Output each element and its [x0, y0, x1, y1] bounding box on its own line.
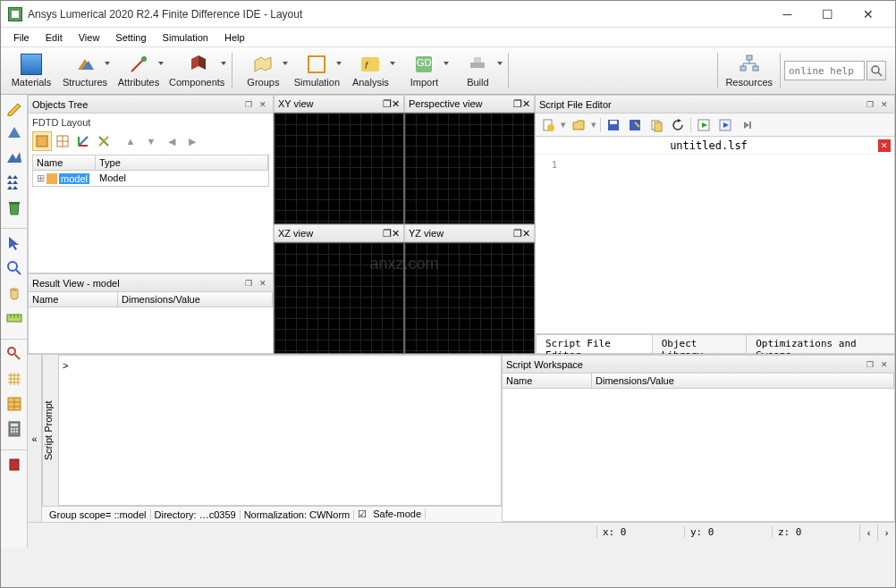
svg-rect-30: [9, 202, 20, 204]
attributes-button[interactable]: Attributes: [112, 49, 165, 92]
help-search-input[interactable]: [784, 61, 865, 80]
tab-script-editor[interactable]: Script File Editor: [536, 334, 653, 353]
materials-button[interactable]: Materials: [4, 49, 58, 92]
undock-icon[interactable]: ❐: [513, 98, 522, 110]
import-button[interactable]: GDSImport: [397, 49, 451, 92]
script-editor-body[interactable]: 1: [536, 155, 894, 333]
analysis-button[interactable]: fAnalysis: [343, 49, 397, 92]
maximize-button[interactable]: ☐: [807, 2, 848, 27]
svg-marker-79: [744, 122, 749, 129]
status-x: x: 0: [596, 526, 684, 538]
resources-button[interactable]: Resources: [722, 49, 776, 92]
arrow-right-icon[interactable]: ▶: [182, 131, 202, 151]
script-prompt-body[interactable]: >: [58, 355, 502, 506]
tree-grid-icon[interactable]: [53, 131, 72, 151]
col-dims[interactable]: Dimensions/Value: [118, 292, 273, 307]
undock-icon[interactable]: ❐: [383, 228, 392, 239]
close-icon[interactable]: ✕: [878, 98, 891, 111]
status-scope: Group scope= ::model: [46, 509, 151, 520]
grid-tool-icon[interactable]: [4, 368, 25, 390]
edit-tool-icon[interactable]: [4, 97, 25, 118]
tab-object-library[interactable]: Object Library: [652, 334, 748, 353]
yz-viewport[interactable]: [404, 242, 535, 354]
search-icon[interactable]: [866, 61, 886, 80]
close-icon[interactable]: ✕: [257, 277, 269, 290]
close-icon[interactable]: ✕: [878, 358, 891, 371]
result-view-title: Result View - model: [32, 278, 241, 289]
table-tool-icon[interactable]: [4, 393, 25, 415]
tree-cross-icon[interactable]: [94, 131, 114, 151]
menu-file[interactable]: File: [6, 30, 37, 45]
stop-tool-icon[interactable]: [4, 454, 25, 475]
close-icon[interactable]: ✕: [257, 98, 269, 111]
tree-expand-icon[interactable]: [32, 131, 52, 151]
tree-axis-icon[interactable]: [73, 131, 93, 151]
close-button[interactable]: ✕: [848, 2, 888, 27]
nav-prev-icon[interactable]: ‹: [859, 524, 877, 542]
undock-icon[interactable]: ❐: [242, 277, 255, 290]
close-icon[interactable]: ✕: [392, 228, 400, 239]
menu-setting[interactable]: Setting: [108, 30, 153, 45]
tab-optimizations[interactable]: Optimizations and Sweeps: [746, 334, 895, 353]
menu-edit[interactable]: Edit: [38, 30, 70, 45]
ruler-tool-icon[interactable]: [4, 307, 25, 329]
undock-icon[interactable]: ❐: [864, 358, 876, 371]
arrow-down-icon[interactable]: ▼: [141, 131, 161, 151]
menu-help[interactable]: Help: [217, 30, 252, 45]
prompt-toggle-icon[interactable]: «: [28, 355, 42, 522]
close-icon[interactable]: ✕: [522, 228, 530, 239]
script-filename: untitled.lsf: [539, 139, 878, 152]
simulation-button[interactable]: Simulation: [290, 49, 343, 92]
save-icon[interactable]: [604, 116, 622, 134]
pan-tool-icon[interactable]: [4, 282, 25, 304]
script-prompt-label: Script Prompt: [42, 355, 58, 506]
copy-icon[interactable]: [647, 116, 665, 134]
groups-button[interactable]: Groups: [236, 49, 290, 92]
calculator-tool-icon[interactable]: [4, 418, 25, 440]
col-name[interactable]: Name: [33, 155, 96, 170]
close-icon[interactable]: ✕: [392, 98, 400, 110]
step-icon[interactable]: [738, 116, 756, 134]
col-name[interactable]: Name: [503, 374, 592, 388]
probe-tool-icon[interactable]: [4, 343, 25, 365]
undock-icon[interactable]: ❐: [513, 228, 522, 239]
menubar: File Edit View Setting Simulation Help: [1, 28, 895, 47]
zoom-tool-icon[interactable]: [4, 257, 25, 279]
col-dims[interactable]: Dimensions/Value: [592, 374, 894, 388]
arrow-up-icon[interactable]: ▲: [121, 131, 140, 151]
undock-icon[interactable]: ❐: [242, 98, 255, 111]
perspective-viewport[interactable]: [404, 113, 535, 224]
col-type[interactable]: Type: [96, 155, 268, 170]
reload-icon[interactable]: [669, 116, 687, 134]
minimize-button[interactable]: ─: [767, 2, 807, 27]
col-name[interactable]: Name: [29, 292, 118, 307]
structures-button[interactable]: Structures: [58, 49, 112, 92]
close-icon[interactable]: ✕: [522, 98, 530, 110]
file-close-icon[interactable]: ✕: [878, 139, 891, 152]
xz-viewport[interactable]: [274, 242, 404, 354]
menu-view[interactable]: View: [72, 30, 107, 45]
run-selection-icon[interactable]: [716, 116, 734, 134]
open-file-icon[interactable]: [570, 116, 587, 134]
svg-rect-13: [747, 55, 752, 60]
tree-row[interactable]: ⊞model Model: [33, 171, 268, 186]
menu-simulation[interactable]: Simulation: [156, 30, 216, 45]
views-grid: XY view❐✕ Perspective view❐✕ XZ view❐✕ Y…: [274, 95, 535, 354]
array-tool-icon[interactable]: [4, 172, 25, 193]
delete-icon[interactable]: [4, 197, 25, 218]
arrow-left-icon[interactable]: ◀: [162, 131, 182, 151]
components-button[interactable]: Components: [165, 49, 228, 92]
workspace-body: [503, 389, 894, 521]
mountain-tool-icon[interactable]: [4, 147, 25, 168]
save-as-icon[interactable]: [626, 116, 644, 134]
undock-icon[interactable]: ❐: [383, 98, 392, 110]
svg-rect-67: [46, 173, 57, 184]
new-file-icon[interactable]: [539, 116, 557, 134]
xy-viewport[interactable]: [274, 113, 404, 224]
nav-next-icon[interactable]: ›: [877, 524, 895, 542]
run-icon[interactable]: [695, 116, 713, 134]
build-button[interactable]: Build: [451, 49, 504, 92]
undock-icon[interactable]: ❐: [864, 98, 876, 111]
pointer-tool-icon[interactable]: [4, 232, 25, 254]
triangle-tool-icon[interactable]: [4, 122, 25, 143]
